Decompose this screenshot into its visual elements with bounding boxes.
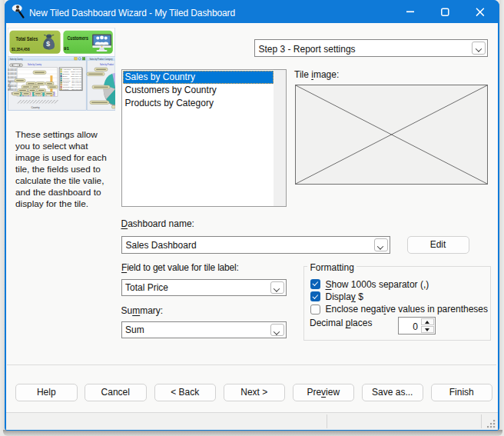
svg-text:$: $: [46, 40, 50, 48]
svg-text:Sales by Country: Sales by Country: [28, 62, 41, 66]
svg-text:Country: Country: [31, 106, 40, 109]
svg-text:Total Price: Total Price: [8, 80, 12, 90]
svg-text:91: 91: [64, 45, 69, 51]
svg-text:Ireland: Ireland: [62, 88, 68, 91]
svg-text:$57,317.30: $57,317.30: [71, 88, 81, 91]
svg-text:Total Sales: Total Sales: [16, 35, 38, 42]
svg-text:Customers: Customers: [68, 35, 89, 42]
svg-text:$300,000.00: $300,000.00: [8, 68, 17, 72]
svg-text:$250,000.00: $250,000.00: [8, 72, 17, 75]
svg-text:Sales by Product Category: Sales by Product Category: [90, 57, 114, 61]
svg-text:$1,354,458: $1,354,458: [12, 46, 30, 52]
svg-text:Sales by Product: Sales by Product: [100, 62, 114, 66]
svg-text:Sales by Country: Sales by Country: [10, 57, 23, 61]
